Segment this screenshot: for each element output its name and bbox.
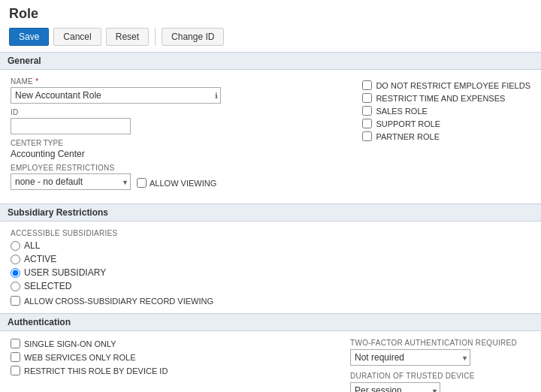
web-services-checkbox[interactable] <box>11 352 20 362</box>
authentication-section-header: Authentication <box>0 313 541 331</box>
two-factor-section: TWO-FACTOR AUTHENTICATION REQUIRED Not r… <box>350 339 530 366</box>
auth-checkboxes: SINGLE SIGN-ON ONLY WEB SERVICES ONLY RO… <box>11 339 328 375</box>
radio-group: ALL ACTIVE USER SUBSIDIARY SELECTED ALLO… <box>11 240 530 306</box>
center-type-value: Accounting Center <box>11 149 347 159</box>
auth-right: TWO-FACTOR AUTHENTICATION REQUIRED Not r… <box>350 339 530 392</box>
single-sign-on-checkbox[interactable] <box>11 339 20 348</box>
accessible-subsidiaries-label: ACCESSIBLE SUBSIDIARIES <box>11 229 530 237</box>
trusted-device-section: DURATION OF TRUSTED DEVICE Per session ▾ <box>350 372 530 392</box>
do-not-restrict-label: DO NOT RESTRICT EMPLOYEE FIELDS <box>376 81 530 90</box>
restrict-device-label: RESTRICT THIS ROLE BY DEVICE ID <box>24 366 168 375</box>
partner-role-checkbox[interactable] <box>362 131 372 141</box>
web-services-item: WEB SERVICES ONLY ROLE <box>11 352 328 362</box>
center-type-label: CENTER TYPE <box>11 139 347 147</box>
radio-selected-input[interactable] <box>11 282 20 291</box>
do-not-restrict-checkbox[interactable] <box>362 80 372 90</box>
support-role-checkbox-item: SUPPORT ROLE <box>362 119 530 128</box>
employee-restrictions-select[interactable]: none - no default <box>11 173 131 190</box>
subsidiary-section-header: Subsidiary Restrictions <box>0 204 541 222</box>
subsidiary-section-body: ACCESSIBLE SUBSIDIARIES ALL ACTIVE USER … <box>0 222 541 313</box>
sales-role-label: SALES ROLE <box>376 107 427 116</box>
general-section-header: General <box>0 52 541 70</box>
radio-active: ACTIVE <box>11 254 530 264</box>
radio-all: ALL <box>11 240 530 251</box>
radio-selected-label: SELECTED <box>24 281 71 291</box>
single-sign-on-item: SINGLE SIGN-ON ONLY <box>11 339 328 348</box>
web-services-label: WEB SERVICES ONLY ROLE <box>24 353 136 362</box>
general-section-body: NAME * ℹ ID CENTER TYPE Accounting Cen <box>0 70 541 204</box>
sales-role-checkbox[interactable] <box>362 106 372 116</box>
sales-role-checkbox-item: SALES ROLE <box>362 106 530 116</box>
employee-restrictions-label: EMPLOYEE RESTRICTIONS <box>11 164 347 172</box>
partner-role-checkbox-item: PARTNER ROLE <box>362 131 530 141</box>
two-factor-label: TWO-FACTOR AUTHENTICATION REQUIRED <box>350 339 530 347</box>
restrict-device-checkbox[interactable] <box>11 366 20 375</box>
restrict-time-checkbox-item: RESTRICT TIME AND EXPENSES <box>362 93 530 103</box>
name-info-icon: ℹ <box>215 92 218 100</box>
page-title: Role <box>0 0 541 25</box>
radio-active-label: ACTIVE <box>24 254 56 264</box>
change-id-button[interactable]: Change ID <box>162 28 224 46</box>
allow-cross-checkbox[interactable] <box>11 296 20 306</box>
restrict-time-checkbox[interactable] <box>362 93 372 103</box>
radio-selected: SELECTED <box>11 281 530 291</box>
trusted-device-label: DURATION OF TRUSTED DEVICE <box>350 372 530 380</box>
allow-viewing-checkbox[interactable] <box>137 178 147 188</box>
radio-user-subsidiary-label: USER SUBSIDIARY <box>24 267 106 278</box>
allow-viewing-group: ALLOW VIEWING <box>137 178 216 188</box>
single-sign-on-label: SINGLE SIGN-ON ONLY <box>24 339 116 348</box>
toolbar-separator <box>155 28 156 46</box>
cancel-button[interactable]: Cancel <box>53 28 101 46</box>
radio-active-input[interactable] <box>11 255 20 264</box>
allow-cross-checkbox-item: ALLOW CROSS-SUBSIDIARY RECORD VIEWING <box>11 296 530 306</box>
trusted-device-select[interactable]: Per session <box>350 382 440 392</box>
restrict-device-item: RESTRICT THIS ROLE BY DEVICE ID <box>11 366 328 375</box>
toolbar: Save Cancel Reset Change ID <box>0 25 541 52</box>
authentication-section-body: SINGLE SIGN-ON ONLY WEB SERVICES ONLY RO… <box>0 331 541 392</box>
save-button[interactable]: Save <box>9 28 49 46</box>
partner-role-label: PARTNER ROLE <box>376 132 440 141</box>
name-label: NAME * <box>11 77 221 86</box>
name-input[interactable] <box>11 87 221 104</box>
support-role-label: SUPPORT ROLE <box>376 119 440 128</box>
do-not-restrict-checkbox-item: DO NOT RESTRICT EMPLOYEE FIELDS <box>362 80 530 90</box>
reset-button[interactable]: Reset <box>106 28 149 46</box>
auth-left: SINGLE SIGN-ON ONLY WEB SERVICES ONLY RO… <box>11 339 328 392</box>
allow-viewing-label: ALLOW VIEWING <box>150 179 216 188</box>
support-role-checkbox[interactable] <box>362 119 372 128</box>
restrict-time-label: RESTRICT TIME AND EXPENSES <box>376 94 505 103</box>
role-checkboxes: DO NOT RESTRICT EMPLOYEE FIELDS RESTRICT… <box>362 77 530 190</box>
id-label: ID <box>11 108 131 116</box>
radio-all-label: ALL <box>24 240 40 251</box>
radio-all-input[interactable] <box>11 241 20 251</box>
allow-cross-label: ALLOW CROSS-SUBSIDIARY RECORD VIEWING <box>24 297 213 306</box>
radio-user-subsidiary-input[interactable] <box>11 268 20 278</box>
two-factor-select[interactable]: Not required <box>350 349 470 366</box>
radio-user-subsidiary: USER SUBSIDIARY <box>11 267 530 278</box>
id-input[interactable] <box>11 118 131 134</box>
